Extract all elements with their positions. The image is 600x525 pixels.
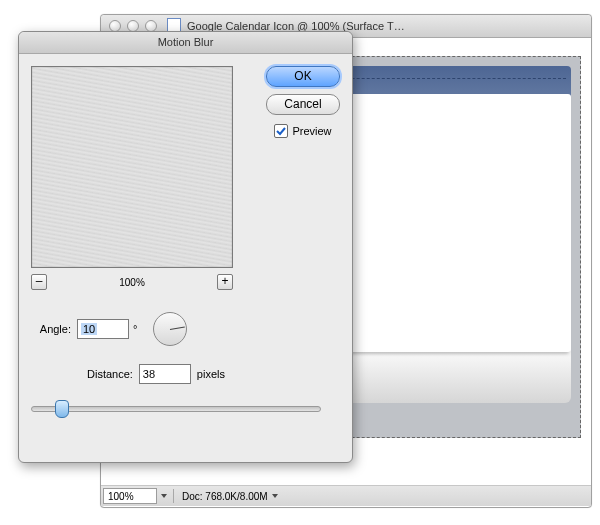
slider-thumb[interactable] — [55, 400, 69, 418]
angle-needle — [170, 326, 185, 330]
zoom-out-button[interactable]: – — [31, 274, 47, 290]
preview-checkbox-label: Preview — [292, 125, 331, 137]
distance-label: Distance: — [87, 368, 133, 380]
distance-unit: pixels — [197, 368, 225, 380]
degree-symbol: ° — [133, 323, 137, 335]
doc-size-label: Doc: 768.0K/8.00M — [182, 491, 268, 502]
angle-input[interactable]: 10 — [77, 319, 129, 339]
status-bar: 100% Doc: 768.0K/8.00M — [101, 485, 591, 506]
preview-checkbox[interactable] — [274, 124, 288, 138]
ok-button[interactable]: OK — [266, 66, 340, 87]
docsize-dropdown-icon[interactable] — [272, 494, 278, 498]
angle-dial[interactable] — [153, 312, 187, 346]
separator — [173, 489, 174, 503]
zoom-in-button[interactable]: + — [217, 274, 233, 290]
effect-preview[interactable] — [31, 66, 233, 268]
motion-blur-dialog: Motion Blur – 100% + OK Cancel Preview A — [18, 31, 353, 463]
distance-input[interactable]: 38 — [139, 364, 191, 384]
zoom-value: 100% — [108, 491, 134, 502]
distance-slider[interactable] — [31, 398, 321, 416]
slider-track — [31, 406, 321, 412]
preview-zoom-label: 100% — [119, 277, 145, 288]
dialog-title: Motion Blur — [19, 32, 352, 54]
angle-label: Angle: — [31, 323, 71, 335]
zoom-field[interactable]: 100% — [103, 488, 157, 504]
zoom-dropdown-icon[interactable] — [161, 494, 167, 498]
checkmark-icon — [276, 126, 286, 136]
cancel-button[interactable]: Cancel — [266, 94, 340, 115]
preview-checkbox-row[interactable]: Preview — [274, 124, 331, 138]
